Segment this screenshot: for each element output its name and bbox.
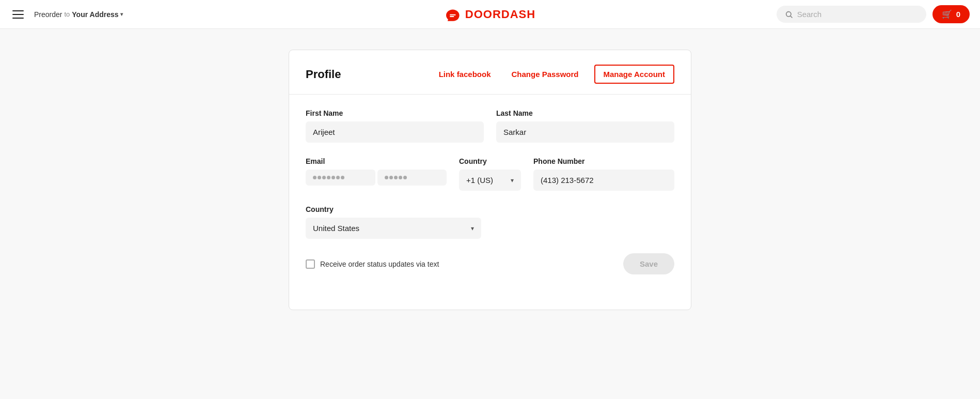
first-name-input[interactable] — [306, 121, 484, 143]
search-icon — [785, 10, 793, 19]
first-name-group: First Name — [306, 109, 484, 143]
dot — [331, 176, 335, 179]
dot — [403, 176, 407, 179]
last-name-input[interactable] — [496, 121, 674, 143]
preorder-address: Preorder to Your Address ▾ — [34, 10, 123, 19]
svg-line-1 — [791, 16, 792, 18]
profile-card: Profile Link facebook Change Password Ma… — [289, 50, 691, 310]
country-code-select-wrapper: +1 (US) +44 (UK) +91 (IN) ▾ — [459, 170, 521, 191]
header-left: Preorder to Your Address ▾ — [10, 8, 123, 21]
phone-label: Phone Number — [533, 157, 674, 165]
country-label: Country — [306, 205, 481, 213]
main-content: Profile Link facebook Change Password Ma… — [0, 29, 980, 331]
search-bar[interactable]: Search — [777, 6, 926, 23]
to-label: to — [64, 10, 70, 18]
doordash-logo-text: DOORDASH — [465, 8, 535, 21]
profile-header: Profile Link facebook Change Password Ma… — [289, 50, 691, 95]
country-select-wrapper: United States Canada Australia ▾ — [306, 218, 481, 239]
dot — [313, 176, 317, 179]
email-dots-part1[interactable] — [306, 170, 375, 186]
country-select[interactable]: United States Canada Australia — [306, 218, 481, 239]
manage-account-button[interactable]: Manage Account — [594, 65, 674, 84]
first-name-label: First Name — [306, 109, 484, 117]
preorder-label: Preorder — [34, 10, 62, 19]
search-placeholder-text: Search — [797, 10, 822, 19]
email-group: Email — [306, 157, 447, 191]
email-label: Email — [306, 157, 447, 165]
country-code-select[interactable]: +1 (US) +44 (UK) +91 (IN) — [459, 170, 521, 191]
country-code-label: Country — [459, 157, 521, 165]
country-group: Country United States Canada Australia ▾ — [306, 205, 481, 239]
name-row: First Name Last Name — [306, 109, 674, 143]
dot — [394, 176, 398, 179]
email-dots-part2[interactable] — [377, 170, 447, 186]
profile-title: Profile — [306, 68, 341, 81]
email-phone-row: Email — [306, 157, 674, 191]
sms-updates-checkbox-label[interactable]: Receive order status updates via text — [306, 259, 439, 269]
sms-updates-text: Receive order status updates via text — [320, 260, 439, 268]
dot — [327, 176, 330, 179]
dot — [336, 176, 340, 179]
phone-group: Phone Number — [533, 157, 674, 191]
sms-updates-checkbox[interactable] — [306, 259, 315, 269]
dot — [318, 176, 321, 179]
checkbox-save-row: Receive order status updates via text Sa… — [306, 253, 674, 274]
cart-button[interactable]: 🛒 0 — [932, 5, 970, 23]
change-password-button[interactable]: Change Password — [506, 67, 583, 82]
cart-icon: 🛒 — [942, 9, 952, 19]
phone-input[interactable] — [533, 170, 674, 191]
last-name-group: Last Name — [496, 109, 674, 143]
cart-count: 0 — [956, 10, 960, 19]
country-row: Country United States Canada Australia ▾ — [306, 205, 674, 239]
doordash-logo[interactable]: DOORDASH — [445, 6, 535, 23]
last-name-label: Last Name — [496, 109, 674, 117]
phone-country-group: Country +1 (US) +44 (UK) +91 (IN) ▾ — [459, 157, 521, 191]
save-button[interactable]: Save — [623, 253, 674, 274]
email-masked-field — [306, 170, 447, 186]
profile-form: First Name Last Name Email — [289, 95, 691, 289]
dot — [389, 176, 393, 179]
dot — [341, 176, 344, 179]
doordash-logo-icon — [445, 6, 461, 23]
main-header: Preorder to Your Address ▾ DOORDASH Sear… — [0, 0, 980, 29]
link-facebook-button[interactable]: Link facebook — [434, 67, 496, 82]
hamburger-menu[interactable] — [10, 8, 26, 21]
address-selector[interactable]: Your Address ▾ — [72, 10, 122, 19]
address-text: Your Address — [72, 10, 118, 19]
dot — [385, 176, 388, 179]
dot — [322, 176, 326, 179]
header-right: Search 🛒 0 — [777, 5, 970, 23]
dot — [399, 176, 402, 179]
address-chevron-icon: ▾ — [120, 11, 123, 17]
